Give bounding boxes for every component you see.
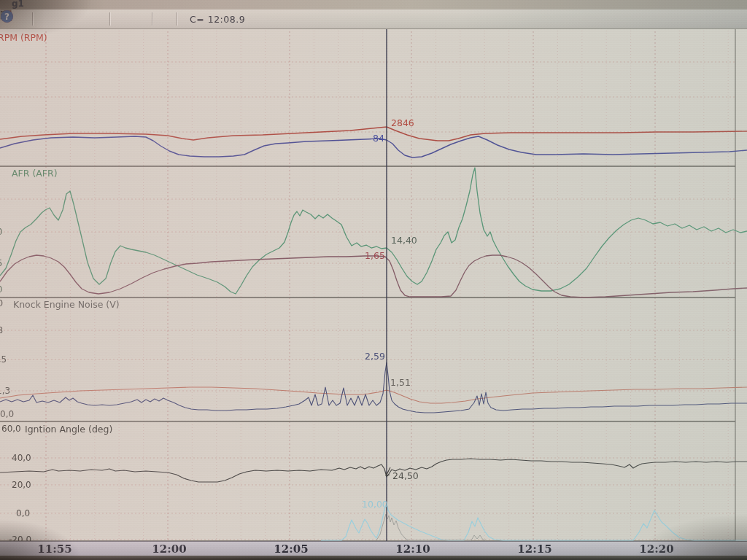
time-label: 12:00 — [152, 542, 186, 556]
ego-line — [0, 255, 747, 298]
cursor-time-readout: C= 12:08.9 — [190, 14, 245, 25]
toolbar-separator — [32, 12, 34, 26]
panel-title-ignition: Igntion Angle (deg) — [25, 424, 112, 435]
axis-label: 60,0 — [1, 424, 21, 434]
cursor-value: 1,65 — [365, 250, 385, 261]
window-title: g1 — [12, 0, 24, 9]
zoom-out-icon[interactable] — [54, 11, 71, 27]
cursor-value: 2,59 — [365, 351, 385, 362]
axis-label: 1,3 — [0, 386, 10, 396]
help-icon[interactable]: ? — [156, 11, 174, 27]
axis-label: 0,0 — [0, 409, 14, 419]
list-icon[interactable] — [114, 11, 131, 27]
axis-label: 20 — [0, 227, 2, 237]
panel-title-rpm: RPM (RPM) — [0, 32, 47, 43]
zoom-in-icon[interactable] — [36, 11, 54, 27]
svg-text:?: ? — [4, 12, 9, 22]
toolbar-separator — [152, 12, 153, 26]
cursor-value: 2846 — [391, 117, 414, 128]
retard-line — [376, 514, 486, 540]
afr-line — [0, 168, 747, 294]
knock-noise-line — [0, 362, 747, 413]
screen-bezel — [0, 556, 747, 560]
window-titlebar: g1 — [0, 0, 747, 9]
panel-title-knock: Knock Engine Noise (V) — [13, 299, 120, 310]
axis-label: 15 — [0, 258, 2, 268]
cursor-value: 10,00 — [362, 499, 388, 510]
cursor-value: 24,50 — [392, 470, 419, 481]
toolbar-separator — [177, 12, 178, 26]
cursor-value: 84 — [373, 133, 384, 144]
time-label: 12:15 — [517, 542, 551, 556]
toolbar: ? C= 12:08.9 — [0, 9, 747, 29]
cursor-value: 14,40 — [391, 235, 417, 246]
axis-label: 2,5 — [0, 354, 7, 365]
axis-label: 5,0 — [0, 298, 3, 308]
cursor-value: 1,51 — [390, 377, 411, 388]
ignition-line — [0, 459, 747, 482]
table-icon[interactable] — [12, 11, 29, 27]
axis-label: 40,0 — [12, 453, 31, 463]
axis-label: 0,0 — [16, 508, 30, 518]
time-label: 11:55 — [37, 542, 71, 556]
panel-title-afr: AFR (AFR) — [12, 168, 58, 179]
stripes-icon[interactable] — [71, 11, 89, 27]
screen-photo: RPM (RPM)284684AFR (AFR)20151014,401,65K… — [0, 0, 747, 560]
toolbar-separator — [109, 12, 111, 26]
play-icon[interactable] — [89, 11, 107, 27]
chart-area[interactable]: RPM (RPM)284684AFR (AFR)20151014,401,65K… — [0, 0, 747, 560]
time-axis: 11:5512:0012:0512:1012:1512:20 — [0, 541, 747, 556]
time-label: 12:10 — [395, 542, 430, 556]
axis-label: 3,8 — [0, 325, 3, 335]
axis-label: 10 — [0, 284, 2, 295]
time-label: 12:20 — [639, 542, 673, 556]
outline-icon[interactable] — [131, 11, 149, 27]
time-label: 12:05 — [274, 542, 308, 556]
axis-label: 20,0 — [12, 480, 31, 490]
log-plot[interactable] — [0, 0, 747, 560]
